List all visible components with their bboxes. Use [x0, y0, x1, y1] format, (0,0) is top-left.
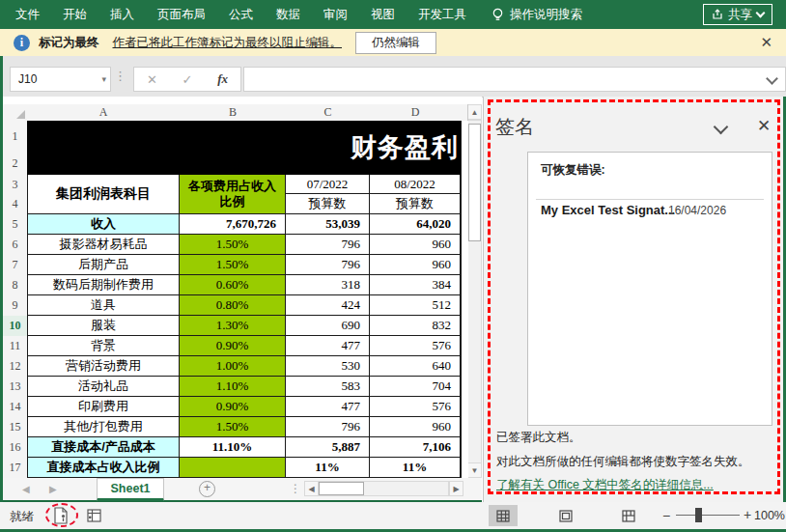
row-header-1[interactable]: 1 — [3, 121, 28, 154]
cell-B15[interactable]: 1.50% — [180, 417, 286, 437]
cell-C7[interactable]: 796 — [286, 255, 370, 275]
ribbon-tab-home[interactable]: 开始 — [51, 0, 98, 29]
cell-D13[interactable]: 704 — [370, 377, 461, 397]
column-header-A[interactable]: A — [27, 104, 181, 122]
cell-A12[interactable]: 营销活动费用 — [27, 356, 180, 377]
cell-D9[interactable]: 512 — [370, 295, 461, 316]
cell-A3-header[interactable]: 集团利润表科目 — [27, 175, 180, 214]
column-header-D[interactable]: D — [370, 104, 462, 122]
cell-B14[interactable]: 0.90% — [180, 397, 286, 417]
cell-B17[interactable] — [180, 458, 286, 478]
row-header-5[interactable]: 5 — [3, 214, 28, 236]
cell-D8[interactable]: 384 — [370, 275, 461, 295]
cell-D7[interactable]: 960 — [370, 255, 461, 275]
cell-A6[interactable]: 摄影器材易耗品 — [27, 235, 180, 255]
cell-A14[interactable]: 印刷费用 — [27, 397, 180, 417]
cell-D12[interactable]: 640 — [370, 356, 461, 377]
vertical-scrollbar-thumb[interactable] — [468, 124, 481, 241]
column-header-C[interactable]: C — [286, 104, 371, 122]
row-header-3[interactable]: 3 — [3, 175, 28, 195]
cell-B16[interactable]: 11.10% — [180, 437, 286, 458]
cell-A8[interactable]: 数码后期制作费用 — [27, 275, 180, 295]
cell-C10[interactable]: 690 — [286, 316, 370, 336]
sheet-nav-right-icon[interactable]: ▶ — [49, 484, 57, 494]
view-page-break-button[interactable] — [614, 505, 643, 526]
edit-anyway-button[interactable]: 仍然编辑 — [355, 32, 436, 54]
name-box[interactable]: J10 ▾ — [10, 67, 111, 92]
zoom-slider-track[interactable] — [676, 515, 740, 516]
zoom-level-label[interactable]: 100% — [754, 509, 785, 522]
cell-B6[interactable]: 1.50% — [180, 235, 286, 255]
cell-A16[interactable]: 直接成本/产品成本 — [27, 437, 180, 458]
cell-B5[interactable]: 7,670,726 — [180, 214, 286, 235]
cell-B12[interactable]: 1.00% — [180, 356, 286, 377]
cell-D4[interactable]: 预算数 — [370, 194, 461, 214]
new-sheet-icon[interactable]: + — [199, 481, 215, 497]
tellme-search[interactable]: 操作说明搜索 — [491, 7, 582, 23]
cell-D3[interactable]: 08/2022 — [370, 175, 461, 194]
cell-A17[interactable]: 直接成本占收入比例 — [27, 458, 180, 478]
cell-A5[interactable]: 收入 — [27, 214, 180, 235]
zoom-slider-thumb[interactable] — [695, 508, 702, 522]
ribbon-tab-file[interactable]: 文件 — [4, 0, 51, 29]
row-header-7[interactable]: 7 — [3, 255, 28, 276]
cell-D17[interactable]: 11% — [370, 458, 461, 478]
cell-C5[interactable]: 53,039 — [286, 214, 370, 235]
cell-B10[interactable]: 1.30% — [180, 316, 286, 336]
cell-A9[interactable]: 道具 — [27, 295, 180, 316]
message-bar-close-icon[interactable]: ✕ — [760, 35, 772, 49]
hscroll-right-icon[interactable]: ▶ — [449, 481, 463, 496]
cell-D14[interactable]: 576 — [370, 397, 461, 417]
cell-A15[interactable]: 其他/打包费用 — [27, 417, 180, 437]
row-header-12[interactable]: 12 — [3, 356, 28, 378]
cell-A11[interactable]: 背景 — [27, 336, 180, 356]
view-page-layout-button[interactable] — [551, 505, 580, 526]
ribbon-tab-view[interactable]: 视图 — [359, 0, 407, 29]
formula-input[interactable] — [243, 67, 786, 92]
cell-B8[interactable]: 0.60% — [180, 275, 286, 295]
view-normal-button[interactable] — [489, 505, 518, 526]
cell-C17[interactable]: 11% — [286, 458, 370, 478]
enter-icon[interactable]: ✓ — [182, 72, 193, 87]
cell-C12[interactable]: 530 — [286, 356, 370, 377]
name-box-dropdown-icon[interactable]: ▾ — [101, 74, 106, 84]
cell-E1-partial[interactable] — [461, 121, 468, 175]
row-header-17[interactable]: 17 — [3, 458, 28, 478]
cell-C6[interactable]: 796 — [286, 235, 370, 255]
row-header-2[interactable]: 2 — [3, 153, 28, 176]
cell-A7[interactable]: 后期产品 — [27, 255, 180, 275]
ribbon-tab-page-layout[interactable]: 页面布局 — [146, 0, 217, 29]
cell-B9[interactable]: 0.80% — [180, 295, 286, 316]
insert-function-icon[interactable]: fx — [217, 71, 228, 87]
cancel-icon[interactable]: ✕ — [147, 72, 157, 87]
hscroll-left-icon[interactable]: ◀ — [304, 481, 319, 496]
cell-D6[interactable]: 960 — [370, 235, 461, 255]
scroll-up-icon[interactable]: ▲ — [467, 104, 482, 120]
column-header-B[interactable]: B — [180, 104, 287, 122]
ribbon-tab-developer[interactable]: 开发工具 — [407, 0, 478, 29]
cell-C16[interactable]: 5,887 — [286, 437, 370, 458]
cell-C15[interactable]: 796 — [286, 417, 370, 437]
cell-A10[interactable]: 服装 — [27, 316, 180, 336]
cell-B11[interactable]: 0.90% — [180, 336, 286, 356]
ribbon-tab-formulas[interactable]: 公式 — [217, 0, 265, 29]
row-header-13[interactable]: 13 — [3, 377, 28, 398]
ribbon-tab-data[interactable]: 数据 — [265, 0, 312, 29]
ribbon-tab-review[interactable]: 审阅 — [312, 0, 359, 29]
row-header-10[interactable]: 10 — [3, 316, 29, 337]
title-banner-cell[interactable]: 财务盈利 — [27, 121, 461, 176]
cell-D5[interactable]: 64,020 — [370, 214, 461, 235]
formula-bar-expand-icon[interactable] — [766, 72, 778, 85]
cell-C11[interactable]: 477 — [286, 336, 370, 356]
row-header-8[interactable]: 8 — [3, 275, 28, 296]
share-button[interactable]: 共享 — [703, 4, 772, 25]
cell-D15[interactable]: 960 — [370, 417, 461, 437]
row-header-6[interactable]: 6 — [3, 235, 28, 256]
row-header-14[interactable]: 14 — [3, 397, 28, 418]
row-header-16[interactable]: 16 — [3, 437, 28, 459]
sheet-tab-sheet1[interactable]: Sheet1 — [97, 478, 164, 501]
cell-C8[interactable]: 318 — [286, 275, 370, 295]
cell-C9[interactable]: 424 — [286, 295, 370, 316]
select-all-corner[interactable] — [3, 104, 28, 122]
row-header-15[interactable]: 15 — [3, 417, 28, 438]
